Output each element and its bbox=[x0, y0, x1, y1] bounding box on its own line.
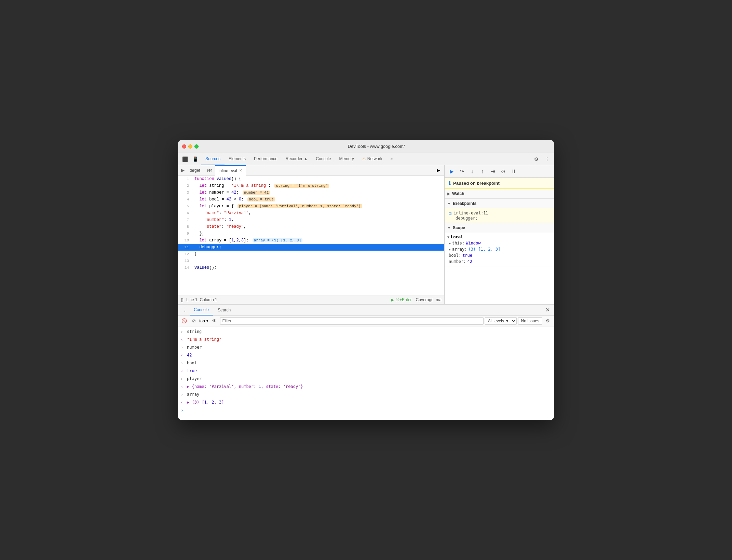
breakpoints-header[interactable]: ▼ Breakpoints bbox=[445, 199, 554, 208]
file-tab-more-icon[interactable]: ▶ bbox=[437, 168, 440, 173]
code-line-5: 5 let player = { player = {name: 'Parziv… bbox=[178, 203, 444, 210]
watch-expand-icon: ▶ bbox=[447, 192, 450, 196]
console-close-button[interactable]: ✕ bbox=[544, 305, 551, 314]
close-tab-icon[interactable]: ✕ bbox=[239, 168, 242, 173]
console-text: true bbox=[187, 367, 197, 374]
watch-section: ▶ Watch bbox=[445, 189, 554, 199]
tab-console-bottom[interactable]: Console bbox=[190, 305, 213, 316]
file-tab-ref[interactable]: ref bbox=[204, 165, 215, 176]
run-button[interactable]: ▶ ⌘+Enter bbox=[391, 297, 412, 302]
scope-number: number: 42 bbox=[445, 258, 554, 265]
watch-header[interactable]: ▶ Watch bbox=[445, 189, 554, 198]
local-expand-icon[interactable]: ▼ bbox=[447, 235, 449, 239]
console-entry-player-in: › player bbox=[178, 375, 554, 383]
console-entry-bool-in: › bool bbox=[178, 359, 554, 367]
console-toolbar: 🚫 ⊘ top ▼ 👁 All levels ▼ No Issues ⚙ bbox=[178, 316, 554, 326]
file-tree-toggle[interactable]: ▶ bbox=[179, 167, 186, 174]
braces-icon[interactable]: {} bbox=[181, 297, 184, 302]
file-tab-target[interactable]: target bbox=[186, 165, 204, 176]
console-text: bool bbox=[187, 360, 197, 366]
code-line-7: 7 "number": 1, bbox=[178, 216, 444, 223]
scope-header[interactable]: ▼ Scope bbox=[445, 223, 554, 233]
console-text: number bbox=[187, 344, 202, 351]
clear-console-button[interactable]: 🚫 bbox=[180, 317, 188, 325]
breakpoint-name: inline-eval:11 bbox=[453, 211, 488, 215]
breakpoint-checkbox[interactable]: ☑ bbox=[449, 210, 451, 216]
step-out-button[interactable]: ↑ bbox=[478, 167, 487, 176]
inspect-icon[interactable]: ⬛ bbox=[180, 154, 190, 164]
deactivate-button[interactable]: ⊘ bbox=[499, 167, 507, 176]
minimize-button[interactable] bbox=[188, 144, 192, 149]
console-text[interactable]: ▶ (3) [1, 2, 3] bbox=[187, 399, 224, 406]
array-expand-icon[interactable]: ▶ bbox=[449, 248, 451, 251]
console-text: "I'm a string" bbox=[187, 336, 221, 343]
eye-icon[interactable]: 👁 bbox=[211, 317, 219, 325]
input-arrow: › bbox=[181, 391, 186, 398]
tab-recorder[interactable]: Recorder ▲ bbox=[282, 153, 312, 165]
scope-bool: bool: true bbox=[445, 252, 554, 258]
this-expand-icon[interactable]: ▶ bbox=[449, 241, 451, 245]
tab-sources[interactable]: Sources bbox=[201, 153, 225, 165]
code-line-8: 8 "state": "ready", bbox=[178, 223, 444, 230]
context-selector[interactable]: top ▼ bbox=[199, 319, 209, 323]
pause-exception-button[interactable]: ⏸ bbox=[509, 167, 518, 176]
device-icon[interactable]: 📱 bbox=[190, 154, 200, 164]
tab-performance[interactable]: Performance bbox=[250, 153, 282, 165]
window-title: DevTools - www.google.com/ bbox=[203, 144, 550, 149]
code-line-3: 3 let number = 42; number = 42 bbox=[178, 189, 444, 196]
code-line-11: 11 debugger; bbox=[178, 244, 444, 251]
scope-expand-icon: ▼ bbox=[447, 226, 451, 230]
input-arrow: › bbox=[181, 360, 186, 367]
console-output: › string ‹ "I'm a string" › number ‹ 42 … bbox=[178, 326, 554, 420]
console-entry-string-in: › string bbox=[178, 328, 554, 336]
watch-label: Watch bbox=[452, 191, 464, 196]
debug-toolbar: ▶ ↷ ↓ ↑ ⇥ ⊘ ⏸ bbox=[445, 165, 554, 178]
step-into-button[interactable]: ↓ bbox=[468, 167, 477, 176]
console-text[interactable]: ▶ {name: 'Parzival', number: 1, state: '… bbox=[187, 383, 303, 390]
resume-button[interactable]: ▶ bbox=[447, 167, 456, 176]
paused-text: Paused on breakpoint bbox=[453, 181, 500, 186]
close-button[interactable] bbox=[182, 144, 186, 149]
code-editor[interactable]: 1 function values() { 2 let string = 'I\… bbox=[178, 176, 444, 295]
maximize-button[interactable] bbox=[194, 144, 199, 149]
play-icon: ▶ bbox=[391, 297, 394, 302]
code-line-14: 14 values(); bbox=[178, 264, 444, 271]
tab-console[interactable]: Console bbox=[312, 153, 335, 165]
tab-elements[interactable]: Elements bbox=[225, 153, 250, 165]
tab-network[interactable]: ⚠ Network bbox=[358, 153, 387, 165]
more-options-icon[interactable]: ⋮ bbox=[542, 154, 552, 164]
output-arrow: ‹ bbox=[181, 383, 186, 390]
console-settings-icon[interactable]: ⚙ bbox=[544, 317, 552, 325]
status-bar-right: ▶ ⌘+Enter Coverage: n/a bbox=[391, 297, 442, 302]
prompt-icon: › bbox=[181, 407, 184, 414]
code-line-2: 2 let string = 'I\'m a string'; string =… bbox=[178, 182, 444, 189]
log-level-select[interactable]: All levels ▼ bbox=[485, 317, 517, 325]
tab-more[interactable]: » bbox=[387, 153, 397, 165]
settings-icon[interactable]: ⚙ bbox=[531, 154, 541, 164]
input-arrow: › bbox=[181, 376, 186, 382]
scope-this: ▶ this: Window bbox=[445, 240, 554, 246]
step-button[interactable]: ⇥ bbox=[488, 167, 497, 176]
console-tabs: ⋮ Console Search ✕ bbox=[178, 305, 554, 316]
code-line-13: 13 bbox=[178, 257, 444, 264]
devtools-window: DevTools - www.google.com/ ⬛ 📱 Sources E… bbox=[178, 140, 554, 420]
file-tab-inline-eval[interactable]: inline-eval ✕ bbox=[215, 165, 246, 176]
console-filter-input[interactable] bbox=[220, 317, 484, 325]
no-issues-button[interactable]: No Issues bbox=[518, 317, 542, 325]
step-over-button[interactable]: ↷ bbox=[458, 167, 466, 176]
console-menu-icon[interactable]: ⋮ bbox=[181, 306, 189, 314]
tab-memory[interactable]: Memory bbox=[335, 153, 358, 165]
code-line-12: 12 } bbox=[178, 251, 444, 257]
output-arrow: ‹ bbox=[181, 399, 186, 406]
scope-local-group: ▼ Local bbox=[445, 234, 554, 240]
output-arrow: ‹ bbox=[181, 368, 186, 375]
code-line-4: 4 let bool = 42 > 0; bool = true bbox=[178, 196, 444, 203]
code-line-6: 6 "name": "Parzival", bbox=[178, 210, 444, 216]
console-entry-array-in: › array bbox=[178, 391, 554, 398]
tab-search[interactable]: Search bbox=[214, 305, 235, 316]
bottom-panel: ⋮ Console Search ✕ 🚫 ⊘ top ▼ 👁 bbox=[178, 304, 554, 420]
main-content: ▶ target ref inline-eval ✕ ▶ bbox=[178, 165, 554, 420]
title-bar: DevTools - www.google.com/ bbox=[178, 140, 554, 153]
prohibit-icon[interactable]: ⊘ bbox=[190, 317, 198, 325]
info-icon: ℹ bbox=[449, 180, 450, 186]
